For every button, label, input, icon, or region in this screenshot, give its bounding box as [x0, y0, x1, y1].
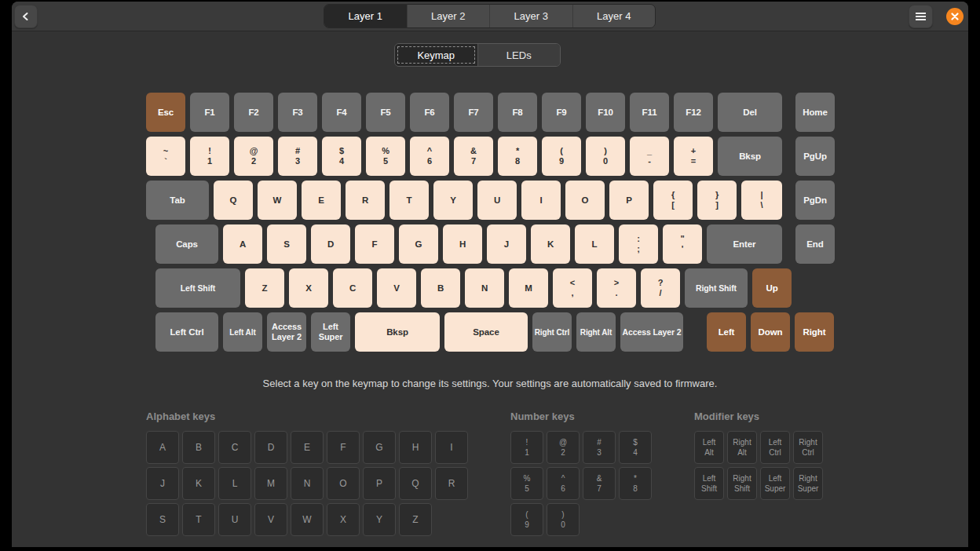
picker-key-j[interactable]: J	[146, 467, 179, 500]
key-bksp[interactable]: Bksp	[355, 312, 440, 352]
picker-key-o[interactable]: O	[327, 467, 360, 500]
key-a[interactable]: A	[223, 224, 262, 264]
tab-leds[interactable]: LEDs	[477, 44, 561, 66]
key-esc[interactable]: Esc	[146, 93, 185, 132]
key-1[interactable]: ! 1	[190, 137, 229, 176]
key-up[interactable]: Up	[752, 268, 792, 308]
tab-layer-3[interactable]: Layer 3	[489, 5, 572, 27]
key-0[interactable]: ) 0	[586, 137, 625, 176]
key-left-super[interactable]: Left Super	[311, 312, 350, 352]
key-right-shift[interactable]: Right Shift	[685, 268, 748, 308]
picker-key-a[interactable]: A	[146, 431, 179, 464]
key-2[interactable]: @ 2	[234, 137, 273, 176]
key-o[interactable]: O	[565, 181, 605, 220]
key-k[interactable]: K	[531, 224, 570, 264]
key-access-layer-2[interactable]: Access Layer 2	[620, 312, 683, 352]
key-8[interactable]: * 8	[498, 137, 537, 176]
key-b[interactable]: B	[421, 268, 460, 308]
key-f2[interactable]: F2	[234, 93, 273, 132]
key-left-shift[interactable]: Left Shift	[155, 268, 240, 308]
key-left[interactable]: Left	[707, 312, 746, 352]
key-q[interactable]: Q	[214, 181, 253, 220]
picker-key-5[interactable]: % 5	[510, 467, 543, 500]
key-left-ctrl[interactable]: Left Ctrl	[155, 312, 218, 352]
key-f4[interactable]: F4	[322, 93, 361, 132]
picker-key-left-ctrl[interactable]: Left Ctrl	[760, 431, 790, 464]
key-3[interactable]: # 3	[278, 137, 317, 176]
key-x[interactable]: X	[289, 268, 328, 308]
picker-key-y[interactable]: Y	[363, 503, 396, 536]
picker-key-e[interactable]: E	[291, 431, 324, 464]
picker-key-3[interactable]: # 3	[583, 431, 616, 464]
key-symbol[interactable]: " '	[663, 224, 702, 264]
key-down[interactable]: Down	[751, 312, 790, 352]
picker-key-9[interactable]: ( 9	[510, 503, 543, 536]
key-j[interactable]: J	[487, 224, 526, 264]
picker-key-right-ctrl[interactable]: Right Ctrl	[793, 431, 823, 464]
key-7[interactable]: & 7	[454, 137, 493, 176]
key-right-alt[interactable]: Right Alt	[576, 312, 616, 352]
picker-key-g[interactable]: G	[363, 431, 396, 464]
key-symbol[interactable]: < ,	[553, 268, 592, 308]
key-end[interactable]: End	[795, 224, 835, 264]
key-f8[interactable]: F8	[498, 93, 537, 132]
picker-key-q[interactable]: Q	[399, 467, 432, 500]
key-r[interactable]: R	[346, 181, 385, 220]
key-9[interactable]: ( 9	[542, 137, 581, 176]
key-right[interactable]: Right	[795, 312, 834, 352]
tab-layer-2[interactable]: Layer 2	[407, 5, 490, 27]
key-5[interactable]: % 5	[366, 137, 405, 176]
picker-key-z[interactable]: Z	[399, 503, 432, 536]
key-l[interactable]: L	[575, 224, 614, 264]
key-symbol[interactable]: { [	[653, 181, 693, 220]
key-f[interactable]: F	[355, 224, 394, 264]
picker-key-c[interactable]: C	[218, 431, 251, 464]
key-f5[interactable]: F5	[366, 93, 405, 132]
key-f1[interactable]: F1	[190, 93, 229, 132]
key-f7[interactable]: F7	[454, 93, 493, 132]
picker-key-8[interactable]: * 8	[619, 467, 652, 500]
key-y[interactable]: Y	[433, 181, 473, 220]
picker-key-4[interactable]: $ 4	[619, 431, 652, 464]
close-button[interactable]	[946, 8, 964, 25]
back-button[interactable]	[14, 5, 38, 28]
key-del[interactable]: Del	[718, 93, 782, 132]
key-space[interactable]: Space	[444, 312, 528, 352]
picker-key-h[interactable]: H	[399, 431, 432, 464]
key-6[interactable]: ^ 6	[410, 137, 449, 176]
key-f3[interactable]: F3	[278, 93, 317, 132]
key-bksp[interactable]: Bksp	[718, 137, 782, 176]
picker-key-p[interactable]: P	[363, 467, 396, 500]
key-h[interactable]: H	[443, 224, 482, 264]
key-pgdn[interactable]: PgDn	[795, 181, 835, 220]
picker-key-v[interactable]: V	[254, 503, 287, 536]
picker-key-f[interactable]: F	[327, 431, 360, 464]
key-caps[interactable]: Caps	[155, 224, 218, 264]
picker-key-d[interactable]: D	[254, 431, 287, 464]
picker-key-left-alt[interactable]: Left Alt	[694, 431, 724, 464]
key-home[interactable]: Home	[795, 93, 835, 132]
picker-key-left-super[interactable]: Left Super	[760, 467, 790, 500]
picker-key-s[interactable]: S	[146, 503, 179, 536]
key-4[interactable]: $ 4	[322, 137, 361, 176]
key-p[interactable]: P	[609, 181, 649, 220]
key-symbol[interactable]: : ;	[619, 224, 658, 264]
key-z[interactable]: Z	[245, 268, 284, 308]
menu-button[interactable]	[909, 5, 933, 28]
picker-key-6[interactable]: ^ 6	[547, 467, 580, 500]
key-symbol[interactable]: + =	[674, 137, 713, 176]
picker-key-m[interactable]: M	[254, 467, 287, 500]
key-tab[interactable]: Tab	[146, 181, 209, 220]
picker-key-l[interactable]: L	[218, 467, 251, 500]
key-t[interactable]: T	[389, 181, 429, 220]
key-left-alt[interactable]: Left Alt	[223, 312, 262, 352]
picker-key-n[interactable]: N	[291, 467, 324, 500]
key-e[interactable]: E	[302, 181, 341, 220]
key-u[interactable]: U	[477, 181, 517, 220]
picker-key-b[interactable]: B	[182, 431, 215, 464]
tab-keymap[interactable]: Keymap	[395, 44, 477, 66]
picker-key-right-super[interactable]: Right Super	[793, 467, 823, 500]
picker-key-7[interactable]: & 7	[583, 467, 616, 500]
key-right-ctrl[interactable]: Right Ctrl	[532, 312, 572, 352]
tab-layer-4[interactable]: Layer 4	[572, 5, 656, 27]
